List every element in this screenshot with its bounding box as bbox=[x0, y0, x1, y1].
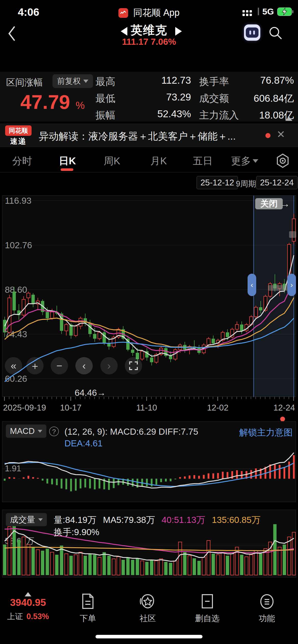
network-type-label: 5G bbox=[262, 7, 274, 17]
unread-dot bbox=[265, 133, 270, 138]
ths-app-icon bbox=[118, 8, 128, 18]
svg-text:12-24: 12-24 bbox=[274, 403, 295, 412]
search-icon[interactable] bbox=[268, 25, 283, 41]
selection-range-bar: 25-12-12 9周期 25-12-24 bbox=[0, 174, 298, 191]
bottom-nav: 3940.95 上证0.53% 下单 社区 删 bbox=[0, 591, 298, 631]
range-periods-label: 9周期 bbox=[236, 179, 256, 189]
tab-monthly-k[interactable]: 月K bbox=[150, 154, 167, 168]
status-app-title: 同花顺 App bbox=[0, 7, 298, 19]
close-selection-button[interactable]: 关闭 bbox=[255, 198, 283, 209]
order-document-icon bbox=[80, 593, 96, 610]
chart-settings-icon[interactable] bbox=[275, 153, 291, 169]
next-stock-button[interactable] bbox=[175, 27, 182, 36]
active-tab-underline bbox=[61, 168, 73, 171]
nav-item-functions[interactable]: 功能 bbox=[241, 591, 292, 624]
stat-turnover-rate: 换手率76.87% bbox=[199, 75, 294, 89]
app-screen: 4:06 同花顺 App 5G 英维克 111.17 7.06% 区间涨幅 前复… bbox=[0, 0, 298, 644]
svg-text:88.60: 88.60 bbox=[5, 285, 27, 295]
chart-tab-bar: 分时 日K 周K 月K 五日 更多 bbox=[0, 149, 298, 172]
stat-amount: 成交额606.84亿 bbox=[199, 92, 294, 105]
badge-top-label: 同花顺 bbox=[5, 125, 32, 136]
svg-text:116.93: 116.93 bbox=[5, 196, 31, 206]
index-value: 3940.95 bbox=[3, 597, 53, 608]
chevron-down-icon bbox=[253, 159, 258, 163]
volume-label: 成交量 bbox=[10, 514, 35, 525]
tab-weekly-k[interactable]: 周K bbox=[104, 154, 120, 168]
stat-high: 最高112.73 bbox=[96, 75, 191, 89]
zoom-in-button[interactable]: ＋ bbox=[26, 357, 44, 374]
tab-more[interactable]: 更多 bbox=[231, 154, 251, 168]
chevron-down-icon bbox=[38, 518, 43, 521]
nav-item-remove-watchlist[interactable]: 删自选 bbox=[182, 591, 233, 624]
range-end-box[interactable]: 25-12-24 bbox=[256, 176, 297, 189]
tab-five-day[interactable]: 五日 bbox=[193, 154, 213, 168]
volume-indicator-dropdown[interactable]: 成交量 bbox=[6, 513, 47, 526]
triangle-up-icon bbox=[25, 592, 31, 596]
pan-left-button[interactable]: ‹ bbox=[75, 357, 93, 374]
adjust-mode-dropdown[interactable]: 前复权 bbox=[52, 74, 93, 88]
status-app-name: 同花顺 App bbox=[133, 7, 180, 18]
ticker-text[interactable]: 异动解读：液冷服务器＋北美客户＋储能＋... bbox=[39, 129, 263, 143]
index-name-change: 上证0.53% bbox=[3, 611, 53, 622]
fullscreen-button[interactable] bbox=[125, 357, 142, 374]
svg-text:10-17: 10-17 bbox=[60, 403, 82, 412]
battery-charging-icon bbox=[277, 7, 294, 16]
tab-minute[interactable]: 分时 bbox=[12, 154, 32, 168]
nav-item-community[interactable]: 社区 bbox=[122, 591, 173, 624]
low-price-marker: 64.46→ bbox=[75, 388, 106, 398]
adjust-mode-label: 前复权 bbox=[57, 76, 81, 86]
pan-right-button[interactable]: › bbox=[100, 357, 118, 374]
svg-text:102.76: 102.76 bbox=[5, 240, 32, 250]
selection-left-handle[interactable]: ‹ bbox=[248, 274, 256, 296]
arrow-right-icon: → bbox=[280, 198, 290, 209]
unlock-link[interactable]: 解锁主力意图 bbox=[2, 427, 293, 438]
volume-values: 量:84.19万MA5:79.38万40:51.13万135:60.85万 bbox=[54, 514, 267, 526]
range-change-label: 区间涨幅 bbox=[6, 76, 43, 89]
stat-amplitude: 振幅52.43% bbox=[96, 108, 191, 122]
range-change-value: 47.79 % bbox=[20, 91, 85, 114]
functions-menu-icon bbox=[258, 593, 276, 610]
stats-panel: 区间涨幅 前复权 47.79 % 最高112.73 最低73.29 振幅52.4… bbox=[0, 72, 298, 122]
home-indicator[interactable] bbox=[96, 635, 202, 638]
nav-item-order[interactable]: 下单 bbox=[62, 591, 113, 624]
selection-right-handle[interactable]: › bbox=[287, 274, 296, 296]
zoom-out-button[interactable]: − bbox=[51, 357, 68, 374]
stat-low: 最低73.29 bbox=[96, 92, 191, 105]
remove-watchlist-icon bbox=[199, 593, 215, 610]
macd-panel: 1.91 MACD ? (12, 26, 9): MACD:6.29 DIFF:… bbox=[2, 421, 296, 502]
volume-panel: 58.67万 成交量 量:84.19万MA5:79.38万40:51.13万13… bbox=[2, 510, 296, 577]
turnover-value: 换手:9.90% bbox=[54, 526, 99, 538]
badge-bottom-label: 速递 bbox=[5, 136, 32, 147]
macd-dea-value: DEA:4.61 bbox=[64, 438, 103, 448]
svg-text:11-10: 11-10 bbox=[136, 403, 157, 412]
ai-assistant-icon[interactable] bbox=[244, 24, 260, 41]
candlestick-chart[interactable]: 116.93102.7688.6074.4360.26 bbox=[2, 195, 296, 397]
jump-start-button[interactable]: « bbox=[5, 357, 22, 374]
svg-text:1.91: 1.91 bbox=[5, 464, 21, 473]
range-start-box[interactable]: 25-12-12 bbox=[197, 176, 238, 189]
svg-text:12-02: 12-02 bbox=[207, 403, 228, 412]
x-axis: 2025-09-1910-1711-1012-0212-24 bbox=[2, 397, 296, 417]
collapse-stats-icon[interactable] bbox=[285, 116, 292, 121]
ths-express-badge: 同花顺 速递 bbox=[5, 125, 32, 147]
current-date-dot bbox=[280, 417, 285, 421]
community-star-icon bbox=[139, 593, 157, 610]
svg-text:2025-09-19: 2025-09-19 bbox=[3, 403, 46, 412]
stat-main-inflow: 主力流入18.08亿 bbox=[199, 108, 294, 122]
close-ticker-icon[interactable]: ✕ bbox=[277, 128, 285, 140]
chevron-down-icon bbox=[83, 80, 88, 83]
tab-daily-k[interactable]: 日K bbox=[59, 154, 76, 168]
news-ticker[interactable]: 同花顺 速递 异动解读：液冷服务器＋北美客户＋储能＋... ✕ bbox=[0, 124, 298, 147]
nav-index-quote[interactable]: 3940.95 上证0.53% bbox=[3, 591, 53, 622]
